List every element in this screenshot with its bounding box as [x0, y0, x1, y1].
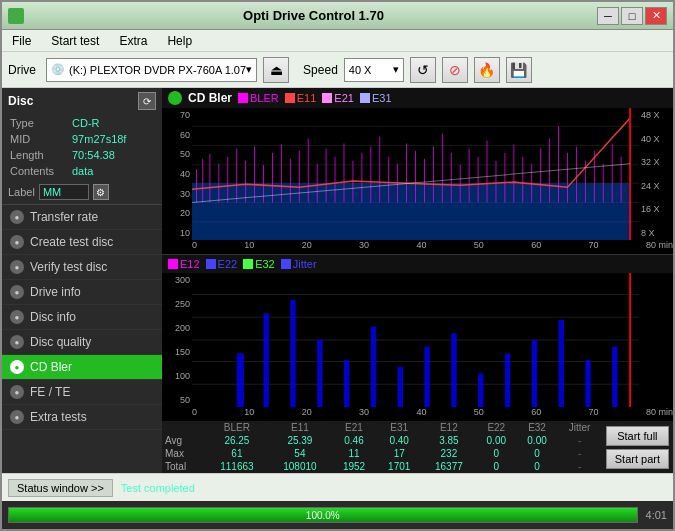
svg-rect-6 — [192, 183, 630, 240]
speed-chevron: ▾ — [393, 63, 399, 76]
app-icon — [8, 8, 24, 24]
max-e11: 54 — [268, 447, 331, 460]
svg-rect-75 — [585, 360, 590, 407]
start-full-button[interactable]: Start full — [606, 426, 669, 446]
e32-color — [243, 259, 253, 269]
legend-e32: E32 — [243, 258, 275, 270]
close-button[interactable]: ✕ — [645, 7, 667, 25]
col-header-e12: E12 — [422, 421, 476, 434]
col-header-bler: BLER — [205, 421, 268, 434]
title-bar: Opti Drive Control 1.70 ─ □ ✕ — [2, 2, 673, 30]
sidebar-item-disc-info[interactable]: ● Disc info — [2, 305, 162, 330]
progress-track: 100.0% — [8, 507, 638, 523]
menu-extra[interactable]: Extra — [115, 33, 151, 49]
e12-color — [168, 259, 178, 269]
jitter-label: Jitter — [293, 258, 317, 270]
sidebar-item-fe-te[interactable]: ● FE / TE — [2, 380, 162, 405]
e31-label: E31 — [372, 92, 392, 104]
sidebar-item-disc-quality[interactable]: ● Disc quality — [2, 330, 162, 355]
extra-tests-label: Extra tests — [30, 410, 87, 424]
chart1-y-right: 48 X 40 X 32 X 24 X 16 X 8 X — [639, 108, 673, 240]
sidebar-item-transfer-rate[interactable]: ● Transfer rate — [2, 205, 162, 230]
start-part-button[interactable]: Start part — [606, 449, 669, 469]
disc-panel: Disc ⟳ Type CD-R MID 97m27s18f Length 70… — [2, 88, 162, 205]
svg-rect-67 — [371, 327, 376, 407]
jitter-color — [281, 259, 291, 269]
create-test-disc-icon: ● — [10, 235, 24, 249]
transfer-rate-label: Transfer rate — [30, 210, 98, 224]
total-e21: 1952 — [331, 460, 376, 473]
menu-help[interactable]: Help — [163, 33, 196, 49]
legend-e31: E31 — [360, 92, 392, 104]
legend-e21: E21 — [322, 92, 354, 104]
stats-row-total: Total 111663 108010 1952 1701 16377 0 0 … — [162, 460, 602, 473]
svg-rect-65 — [317, 340, 322, 407]
mid-label: MID — [10, 132, 70, 146]
svg-rect-73 — [532, 340, 537, 407]
stats-row-max: Max 61 54 11 17 232 0 0 - — [162, 447, 602, 460]
create-test-disc-label: Create test disc — [30, 235, 113, 249]
label-settings-button[interactable]: ⚙ — [93, 184, 109, 200]
svg-rect-63 — [264, 313, 269, 407]
status-window-button[interactable]: Status window >> — [8, 479, 113, 497]
maximize-button[interactable]: □ — [621, 7, 643, 25]
stats-row-avg: Avg 26.25 25.39 0.46 0.40 3.85 0.00 0.00… — [162, 434, 602, 447]
total-jitter: - — [557, 460, 601, 473]
disc-quality-label: Disc quality — [30, 335, 91, 349]
erase-button[interactable]: ⊘ — [442, 57, 468, 83]
refresh-button[interactable]: ↺ — [410, 57, 436, 83]
extra-tests-icon: ● — [10, 410, 24, 424]
speed-select[interactable]: 40 X ▾ — [344, 58, 404, 82]
drive-info-label: Drive info — [30, 285, 81, 299]
avg-e11: 25.39 — [268, 434, 331, 447]
verify-test-disc-label: Verify test disc — [30, 260, 107, 274]
svg-rect-66 — [344, 360, 349, 407]
avg-e21: 0.46 — [331, 434, 376, 447]
total-e32: 0 — [517, 460, 558, 473]
stats-and-buttons: BLER E11 E21 E31 E12 E22 E32 Jitter — [162, 421, 673, 473]
avg-e31: 0.40 — [377, 434, 422, 447]
col-header-empty — [162, 421, 205, 434]
save-button[interactable]: 💾 — [506, 57, 532, 83]
minimize-button[interactable]: ─ — [597, 7, 619, 25]
avg-label: Avg — [162, 434, 205, 447]
sidebar-item-extra-tests[interactable]: ● Extra tests — [2, 405, 162, 430]
window-title: Opti Drive Control 1.70 — [30, 8, 597, 23]
total-label: Total — [162, 460, 205, 473]
svg-rect-72 — [505, 353, 510, 407]
bler-label: BLER — [250, 92, 279, 104]
menu-start-test[interactable]: Start test — [47, 33, 103, 49]
disc-title: Disc — [8, 94, 33, 108]
chart1-icon — [168, 91, 182, 105]
sidebar-item-verify-test-disc[interactable]: ● Verify test disc — [2, 255, 162, 280]
drive-select[interactable]: 💿 (K:) PLEXTOR DVDR PX-760A 1.07 ▾ — [46, 58, 257, 82]
sidebar-item-drive-info[interactable]: ● Drive info — [2, 280, 162, 305]
e32-label: E32 — [255, 258, 275, 270]
chart1-title: CD Bler — [188, 91, 232, 105]
sidebar-item-cd-bler[interactable]: ● CD Bler — [2, 355, 162, 380]
drive-label: Drive — [8, 63, 36, 77]
chart1-canvas — [192, 108, 639, 240]
fe-te-icon: ● — [10, 385, 24, 399]
avg-bler: 26.25 — [205, 434, 268, 447]
sidebar-item-create-test-disc[interactable]: ● Create test disc — [2, 230, 162, 255]
label-input[interactable] — [39, 184, 89, 200]
sidebar: Disc ⟳ Type CD-R MID 97m27s18f Length 70… — [2, 88, 162, 473]
e21-label: E21 — [334, 92, 354, 104]
e31-color — [360, 93, 370, 103]
chart2-header: E12 E22 E32 Jitter — [162, 255, 673, 273]
menu-file[interactable]: File — [8, 33, 35, 49]
eject-button[interactable]: ⏏ — [263, 57, 289, 83]
legend-e11: E11 — [285, 92, 317, 104]
drive-info-icon: ● — [10, 285, 24, 299]
e22-color — [206, 259, 216, 269]
burn-button[interactable]: 🔥 — [474, 57, 500, 83]
svg-rect-68 — [398, 367, 403, 407]
bler-color — [238, 93, 248, 103]
total-e31: 1701 — [377, 460, 422, 473]
max-bler: 61 — [205, 447, 268, 460]
chart2-canvas — [192, 273, 639, 407]
disc-refresh-button[interactable]: ⟳ — [138, 92, 156, 110]
total-e22: 0 — [476, 460, 517, 473]
type-label: Type — [10, 116, 70, 130]
